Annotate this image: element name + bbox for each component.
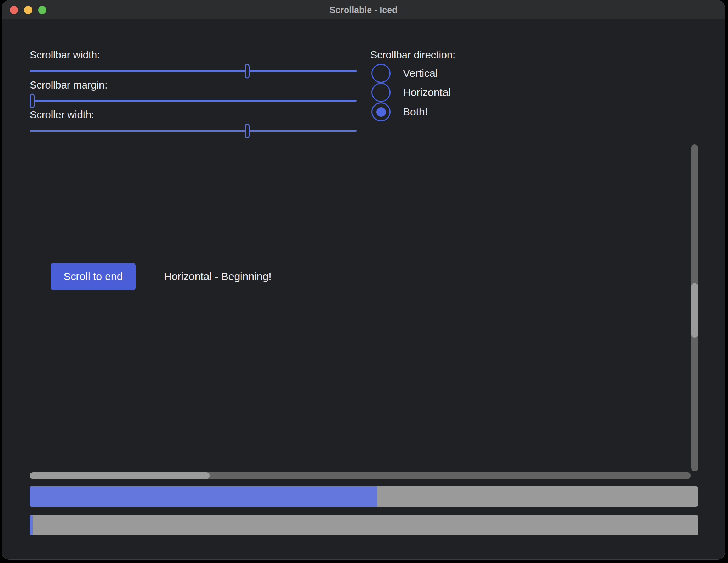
scrollbar-margin-slider-handle[interactable] (30, 93, 35, 108)
scroll-to-end-button[interactable]: Scroll to end (51, 263, 136, 290)
window-title: Scrollable - Iced (2, 0, 725, 19)
radio-dot-icon (376, 107, 386, 117)
scroller-width-label: Scroller width: (30, 108, 94, 121)
horizontal-progress-fill (30, 486, 377, 507)
title-bar: Scrollable - Iced (2, 0, 725, 19)
scrollbar-margin-label: Scrollbar margin: (30, 79, 107, 91)
scrollbar-direction-label: Scrollbar direction: (370, 49, 455, 61)
radio-option-horizontal[interactable]: Horizontal (371, 83, 451, 102)
radio-option-vertical[interactable]: Vertical (371, 64, 438, 83)
vertical-progress-fill (30, 515, 33, 535)
radio-label: Vertical (403, 67, 438, 79)
vertical-progress-bar (30, 515, 698, 535)
scroll-status-text: Horizontal - Beginning! (164, 263, 272, 290)
scrollbar-width-slider[interactable] (30, 70, 357, 72)
radio-icon (371, 102, 391, 121)
vertical-scrollbar-thumb[interactable] (691, 283, 698, 338)
scroller-width-slider[interactable] (30, 130, 357, 132)
radio-icon (371, 64, 391, 83)
radio-label: Both! (403, 106, 428, 118)
app-window: Scrollable - Iced Scrollbar width: Scrol… (2, 0, 725, 560)
horizontal-scrollbar-track[interactable] (30, 472, 691, 479)
scrollbar-width-slider-handle[interactable] (245, 64, 250, 78)
horizontal-progress-bar (30, 486, 698, 507)
radio-label: Horizontal (403, 86, 451, 98)
horizontal-scrollbar-thumb[interactable] (30, 472, 210, 479)
radio-option-both[interactable]: Both! (371, 102, 428, 121)
scroller-width-slider-handle[interactable] (245, 124, 250, 138)
vertical-scrollbar-track[interactable] (691, 144, 698, 471)
scrollbar-margin-slider[interactable] (30, 100, 357, 102)
scrollbar-width-label: Scrollbar width: (30, 49, 100, 61)
radio-icon (371, 83, 391, 102)
